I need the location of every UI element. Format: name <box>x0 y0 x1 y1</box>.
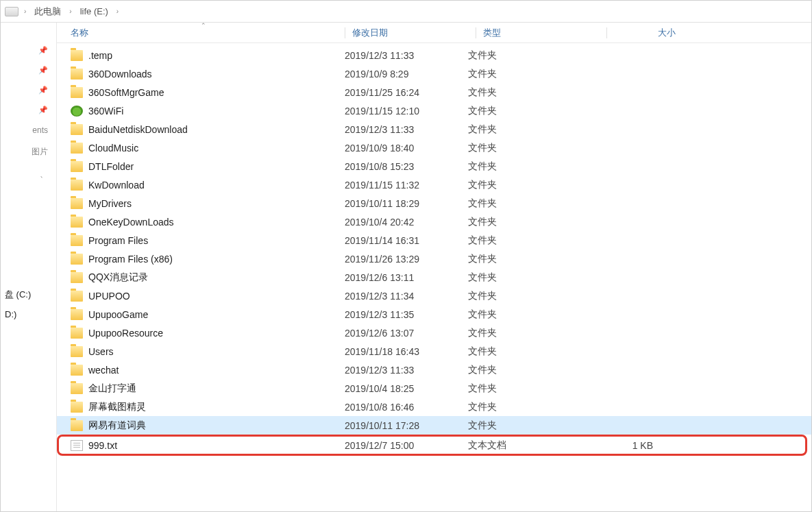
column-header-type[interactable]: 类型 <box>483 27 606 39</box>
file-row[interactable]: QQX消息记录2019/12/6 13:11文件夹 <box>57 268 811 287</box>
cell-date: 2019/11/14 16:31 <box>345 235 468 246</box>
file-row[interactable]: .temp2019/12/3 11:33文件夹 <box>57 46 811 64</box>
cell-date: 2019/11/18 16:43 <box>345 346 468 357</box>
text-file-icon <box>71 440 83 451</box>
file-row[interactable]: UpupooResource2019/12/6 13:07文件夹 <box>57 324 811 342</box>
cell-type: 文件夹 <box>468 419 591 432</box>
file-name: 360WiFi <box>88 106 123 117</box>
cell-type: 文件夹 <box>468 364 591 376</box>
cell-type: 文件夹 <box>468 327 591 339</box>
cell-date: 2019/11/15 11:32 <box>345 180 468 191</box>
quick-access-item[interactable]: ents <box>1 123 56 138</box>
quick-access-item[interactable]: 📌 <box>1 43 56 58</box>
file-row[interactable]: MyDrivers2019/10/11 18:29文件夹 <box>57 194 811 212</box>
cell-name: Users <box>71 346 345 357</box>
file-row[interactable]: UpupooGame2019/12/3 11:35文件夹 <box>57 305 811 324</box>
column-separator[interactable] <box>345 27 345 38</box>
file-row[interactable]: BaiduNetdiskDownload2019/12/3 11:33文件夹 <box>57 120 811 138</box>
file-row[interactable]: DTLFolder2019/10/8 15:23文件夹 <box>57 157 811 175</box>
cell-type: 文件夹 <box>468 234 591 247</box>
cell-type: 文件夹 <box>468 86 591 99</box>
folder-icon <box>71 420 83 431</box>
file-row[interactable]: Program Files2019/11/14 16:31文件夹 <box>57 231 811 249</box>
cell-name: 360WiFi <box>71 106 345 117</box>
file-row[interactable]: 屏幕截图精灵2019/10/8 16:46文件夹 <box>57 398 811 416</box>
quick-access-item[interactable]: 📌 <box>1 83 56 97</box>
file-row[interactable]: 金山打字通2019/10/4 18:25文件夹 <box>57 379 811 398</box>
cell-date: 2019/10/11 18:29 <box>345 198 468 209</box>
file-name: Users <box>88 346 114 357</box>
file-row[interactable]: UPUPOO2019/12/3 11:34文件夹 <box>57 287 811 305</box>
quick-access-item[interactable]: 、 <box>1 166 56 183</box>
file-rows[interactable]: .temp2019/12/3 11:33文件夹360Downloads2019/… <box>57 43 811 511</box>
file-row[interactable]: Program Files (x86)2019/11/26 13:29文件夹 <box>57 249 811 268</box>
column-separator[interactable] <box>606 27 607 38</box>
folder-icon <box>71 291 83 302</box>
cell-name: 999.txt <box>71 440 345 451</box>
file-name: Program Files <box>88 235 148 246</box>
cell-type: 文件夹 <box>468 68 591 80</box>
file-row[interactable]: 360SoftMgrGame2019/11/25 16:24文件夹 <box>57 83 811 101</box>
cell-date: 2019/12/3 11:33 <box>345 50 468 61</box>
quick-access-item[interactable]: 📌 <box>1 63 56 77</box>
file-row[interactable]: KwDownload2019/11/15 11:32文件夹 <box>57 175 811 194</box>
cell-name: KwDownload <box>71 180 345 191</box>
cell-date: 2019/12/3 11:33 <box>345 124 468 135</box>
cell-name: UpupooGame <box>71 309 345 320</box>
address-bar[interactable]: › 此电脑 › life (E:) › <box>1 1 811 23</box>
explorer-body: 📌 📌 📌 📌 ents 图片 、 盘 (C:) D:) ⌃ 名称 修改日期 类… <box>1 23 811 511</box>
column-header-name[interactable]: 名称 <box>71 27 345 39</box>
sidebar-drive-d[interactable]: D:) <box>3 305 56 324</box>
file-name: UPUPOO <box>88 291 130 302</box>
quick-access-item[interactable]: 图片 <box>1 143 56 160</box>
cell-date: 2019/10/4 18:25 <box>345 383 468 394</box>
column-header-size[interactable]: 大小 <box>614 27 689 39</box>
sidebar-item-label: 图片 <box>32 146 48 158</box>
file-name: 360Downloads <box>88 69 152 80</box>
folder-icon <box>71 346 83 357</box>
quick-access-item[interactable]: 📌 <box>1 103 56 117</box>
folder-icon <box>71 217 83 228</box>
navigation-sidebar[interactable]: 📌 📌 📌 📌 ents 图片 、 盘 (C:) D:) <box>1 23 57 511</box>
file-name: 360SoftMgrGame <box>88 87 164 98</box>
file-row[interactable]: wechat2019/12/3 11:33文件夹 <box>57 361 811 379</box>
cell-name: QQX消息记录 <box>71 271 345 284</box>
sidebar-item-label: 、 <box>40 169 48 180</box>
chevron-right-icon: › <box>68 8 73 15</box>
column-separator[interactable] <box>476 27 476 38</box>
cell-name: 金山打字通 <box>71 382 345 395</box>
file-row[interactable]: 网易有道词典2019/10/11 17:28文件夹 <box>57 416 811 435</box>
file-row[interactable]: 360Downloads2019/10/9 8:29文件夹 <box>57 64 811 83</box>
cell-date: 2019/12/3 11:34 <box>345 291 468 302</box>
file-row[interactable]: 360WiFi2019/11/15 12:10文件夹 <box>57 101 811 120</box>
folder-icon <box>71 254 83 265</box>
folder-icon <box>71 309 83 320</box>
breadcrumb-root[interactable]: 此电脑 <box>32 4 64 19</box>
folder-icon <box>71 50 83 61</box>
breadcrumb-drive[interactable]: life (E:) <box>77 5 111 18</box>
chevron-right-icon: › <box>115 8 120 15</box>
cell-date: 2019/10/11 17:28 <box>345 420 468 431</box>
cell-date: 2019/10/9 8:29 <box>345 69 468 80</box>
file-name: 金山打字通 <box>88 382 136 395</box>
cell-size: 1 KB <box>591 440 667 451</box>
folder-icon <box>71 365 83 376</box>
file-row[interactable]: CloudMusic2019/10/9 18:40文件夹 <box>57 138 811 157</box>
sidebar-drive-c[interactable]: 盘 (C:) <box>3 284 56 305</box>
file-row[interactable]: OneKeyDownLoads2019/10/4 20:42文件夹 <box>57 212 811 231</box>
file-name: OneKeyDownLoads <box>88 217 174 228</box>
cell-type: 文件夹 <box>468 197 591 210</box>
file-name: wechat <box>88 365 119 376</box>
cell-name: 屏幕截图精灵 <box>71 401 345 413</box>
file-name: Program Files (x86) <box>88 254 173 265</box>
folder-icon <box>71 124 83 135</box>
file-name: .temp <box>88 50 112 61</box>
wifi-icon <box>71 106 83 117</box>
file-name: DTLFolder <box>88 161 134 172</box>
column-header-date[interactable]: 修改日期 <box>352 27 476 39</box>
cell-name: BaiduNetdiskDownload <box>71 124 345 135</box>
file-row[interactable]: Users2019/11/18 16:43文件夹 <box>57 342 811 361</box>
cell-type: 文件夹 <box>468 179 591 191</box>
file-row[interactable]: 999.txt2019/12/7 15:00文本文档1 KB <box>58 436 806 454</box>
cell-type: 文件夹 <box>468 308 591 321</box>
